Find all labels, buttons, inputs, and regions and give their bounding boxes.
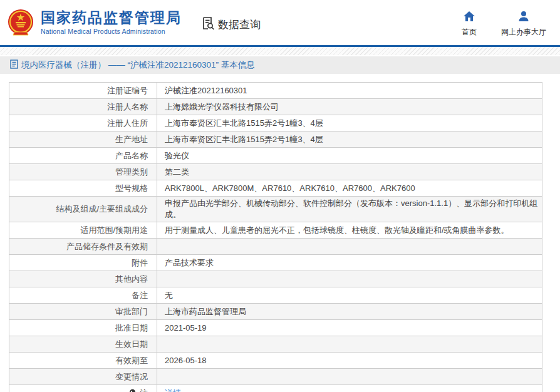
row-label: 生效日期 xyxy=(9,336,157,353)
row-value: 2021-05-19 xyxy=(157,320,542,336)
hatch-divider xyxy=(0,47,560,55)
nav-home-label: 首页 xyxy=(462,27,477,38)
row-value: 验光仪 xyxy=(157,148,542,164)
row-label: 备注 xyxy=(9,287,157,304)
org-name-en: National Medical Products Administration xyxy=(41,28,182,35)
row-value xyxy=(157,336,542,353)
row-label: 批准日期 xyxy=(9,320,157,336)
row-label: 注册人住所 xyxy=(9,115,157,132)
row-label: 产品名称 xyxy=(9,148,157,164)
nav-item-service-hall[interactable]: 网上办事大厅 xyxy=(501,11,546,38)
table-row: 生效日期 xyxy=(9,336,542,353)
site-header: 国家药品监督管理局 National Medical Products Admi… xyxy=(0,0,560,45)
nav-item-home[interactable]: 首页 xyxy=(459,11,480,38)
row-value: 无 xyxy=(157,287,542,304)
table-row: 产品名称 验光仪 xyxy=(9,148,542,164)
data-query-label: 数据查询 xyxy=(218,18,261,32)
table-row: 审批部门 上海市药品监督管理局 xyxy=(9,304,542,320)
table-row: 适用范围/预期用途 用于测量成人、儿童患者的屈光不正，包括球镜度、柱镜度、散光轴… xyxy=(9,222,542,239)
page-title: 境内医疗器械（注册） —— “沪械注准20212160301” 基本信息 xyxy=(21,59,255,71)
row-value: 申报产品由光学部分、机械传动部分、软件控制部分（发布版本：version-1.1… xyxy=(157,197,542,222)
row-value xyxy=(157,239,542,255)
row-value: 上海嫦娥光学仪器科技有限公司 xyxy=(157,99,542,115)
row-value-note: 详情 xyxy=(157,385,542,392)
table-row: 变更情况 xyxy=(9,369,542,385)
row-label: 注册人名称 xyxy=(9,99,157,115)
table-row: 注册人名称 上海嫦娥光学仪器科技有限公司 xyxy=(9,99,542,115)
row-label: 其他内容 xyxy=(9,271,157,287)
table-row-note: 注 详情 xyxy=(9,385,542,392)
row-label-note: 注 xyxy=(9,385,157,392)
registration-info-table: 注册证编号 沪械注准20212160301 注册人名称 上海嫦娥光学仪器科技有限… xyxy=(9,82,542,392)
table-row: 型号规格 ARK7800L、ARK7800M、AR7610、ARK7610、AR… xyxy=(9,180,542,197)
row-label: 变更情况 xyxy=(9,369,157,385)
table-row: 其他内容 xyxy=(9,271,542,287)
data-query-nav[interactable]: 数据查询 xyxy=(200,16,261,34)
note-label: 注 xyxy=(140,388,148,392)
row-value: ARK7800L、ARK7800M、AR7610、ARK7610、AR7600、… xyxy=(157,180,542,197)
row-value: 沪械注准20212160301 xyxy=(157,83,542,99)
balloon-note-icon xyxy=(129,389,138,392)
table-row: 有效期至 2026-05-18 xyxy=(9,353,542,369)
row-label: 有效期至 xyxy=(9,353,157,369)
document-search-icon xyxy=(200,16,218,34)
row-label: 附件 xyxy=(9,255,157,271)
home-icon xyxy=(463,11,475,27)
table-row: 备注 无 xyxy=(9,287,542,304)
row-value: 上海市药品监督管理局 xyxy=(157,304,542,320)
row-value: 上海市奉贤区汇丰北路1515弄2号1幢3、4层 xyxy=(157,132,542,148)
org-title-block: 国家药品监督管理局 National Medical Products Admi… xyxy=(41,10,182,35)
detail-link[interactable]: 详情 xyxy=(165,388,181,392)
page-title-bar: 境内医疗器械（注册） —— “沪械注准20212160301” 基本信息 xyxy=(0,56,560,74)
row-label: 注册证编号 xyxy=(9,83,157,99)
table-row: 管理类别 第二类 xyxy=(9,164,542,180)
row-label: 管理类别 xyxy=(9,164,157,180)
table-row: 生产地址 上海市奉贤区汇丰北路1515弄2号1幢3、4层 xyxy=(9,132,542,148)
national-emblem-logo[interactable] xyxy=(6,8,35,37)
nav-hall-label: 网上办事大厅 xyxy=(501,27,546,38)
row-label: 结构及组成/主要组成成分 xyxy=(9,197,157,222)
row-value xyxy=(157,369,542,385)
row-value: 2026-05-18 xyxy=(157,353,542,369)
row-value: 产品技术要求 xyxy=(157,255,542,271)
row-value: 第二类 xyxy=(157,164,542,180)
row-value: 用于测量成人、儿童患者的屈光不正，包括球镜度、柱镜度、散光轴及瞳距和/或角膜曲率… xyxy=(157,222,542,239)
table-row: 结构及组成/主要组成成分 申报产品由光学部分、机械传动部分、软件控制部分（发布版… xyxy=(9,197,542,222)
user-icon xyxy=(517,11,530,27)
row-label: 型号规格 xyxy=(9,180,157,197)
row-label: 生产地址 xyxy=(9,132,157,148)
document-icon xyxy=(10,59,21,71)
row-label: 适用范围/预期用途 xyxy=(9,222,157,239)
table-row: 附件 产品技术要求 xyxy=(9,255,542,271)
row-value: 上海市奉贤区汇丰北路1515弄2号1幢3、4层 xyxy=(157,115,542,132)
table-row: 注册人住所 上海市奉贤区汇丰北路1515弄2号1幢3、4层 xyxy=(9,115,542,132)
table-row: 批准日期 2021-05-19 xyxy=(9,320,542,336)
table-row: 注册证编号 沪械注准20212160301 xyxy=(9,83,542,99)
row-label: 产品储存条件及有效期 xyxy=(9,239,157,255)
table-row: 产品储存条件及有效期 xyxy=(9,239,542,255)
org-name-cn: 国家药品监督管理局 xyxy=(41,10,182,26)
row-label: 审批部门 xyxy=(9,304,157,320)
row-value xyxy=(157,271,542,287)
header-right-nav: 首页 网上办事大厅 xyxy=(459,11,546,38)
